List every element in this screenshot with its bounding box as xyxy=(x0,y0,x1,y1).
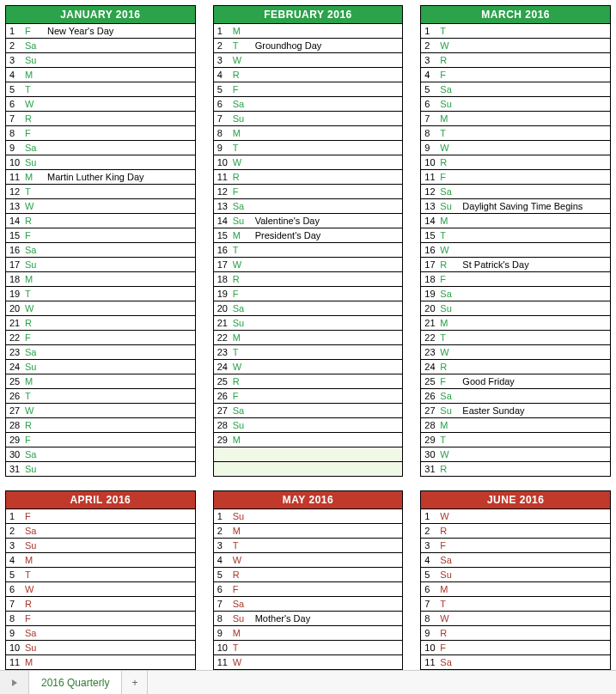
day-row[interactable]: 4W xyxy=(214,552,403,567)
day-row[interactable]: 26Sa xyxy=(421,388,610,403)
day-row[interactable]: 11F xyxy=(421,169,610,184)
day-row[interactable]: 19F xyxy=(214,286,403,301)
day-row[interactable]: 1Su xyxy=(214,508,403,523)
day-row[interactable]: 7M xyxy=(421,111,610,125)
day-row[interactable]: 6F xyxy=(214,581,403,596)
day-row[interactable]: 4F xyxy=(421,67,610,82)
day-row[interactable]: 28R xyxy=(6,417,195,432)
day-row[interactable]: 22T xyxy=(421,330,610,344)
day-row[interactable]: 18M xyxy=(6,271,195,286)
day-row[interactable]: 22F xyxy=(6,330,195,344)
day-row[interactable]: 7R xyxy=(6,111,195,125)
day-row[interactable]: 15F xyxy=(6,228,195,242)
day-row[interactable]: 4M xyxy=(6,552,195,567)
day-row[interactable]: 14SuValentine's Day xyxy=(214,213,403,228)
day-row[interactable]: 31R xyxy=(421,461,610,476)
day-row[interactable]: 20Sa xyxy=(214,301,403,315)
day-row[interactable]: 9T xyxy=(214,140,403,155)
day-row[interactable] xyxy=(214,461,403,476)
day-row[interactable]: 2W xyxy=(421,38,610,52)
day-row[interactable]: 12Sa xyxy=(421,184,610,198)
day-row[interactable]: 10F xyxy=(421,640,610,654)
day-row[interactable]: 13W xyxy=(6,198,195,213)
day-row[interactable]: 9Sa xyxy=(6,140,195,155)
day-row[interactable]: 9R xyxy=(421,625,610,640)
day-row[interactable]: 28M xyxy=(421,417,610,432)
day-row[interactable]: 9Sa xyxy=(6,625,195,640)
day-row[interactable]: 11Sa xyxy=(421,654,610,669)
day-row[interactable]: 24Su xyxy=(6,359,195,374)
day-row[interactable]: 3W xyxy=(214,52,403,67)
day-row[interactable]: 17RSt Patrick's Day xyxy=(421,257,610,271)
day-row[interactable]: 1M xyxy=(214,23,403,38)
day-row[interactable]: 25R xyxy=(214,374,403,388)
day-row[interactable]: 21R xyxy=(6,315,195,330)
day-row[interactable]: 15T xyxy=(421,228,610,242)
day-row[interactable]: 29M xyxy=(214,432,403,447)
day-row[interactable]: 3T xyxy=(214,538,403,552)
day-row[interactable]: 18F xyxy=(421,271,610,286)
day-row[interactable]: 30W xyxy=(421,447,610,461)
day-row[interactable]: 18R xyxy=(214,271,403,286)
day-row[interactable]: 5F xyxy=(214,82,403,96)
day-row[interactable]: 5Sa xyxy=(421,82,610,96)
day-row[interactable]: 8M xyxy=(214,125,403,140)
day-row[interactable]: 7Sa xyxy=(214,596,403,611)
day-row[interactable]: 27SuEaster Sunday xyxy=(421,403,610,417)
day-row[interactable]: 2Sa xyxy=(6,38,195,52)
day-row[interactable]: 3Su xyxy=(6,538,195,552)
day-row[interactable]: 2Sa xyxy=(6,523,195,538)
day-row[interactable]: 8F xyxy=(6,611,195,625)
day-row[interactable]: 19Sa xyxy=(421,286,610,301)
day-row[interactable]: 28Su xyxy=(214,417,403,432)
day-row[interactable]: 21Su xyxy=(214,315,403,330)
day-row[interactable]: 19T xyxy=(6,286,195,301)
day-row[interactable]: 25FGood Friday xyxy=(421,374,610,388)
day-row[interactable]: 17Su xyxy=(6,257,195,271)
day-row[interactable]: 6W xyxy=(6,581,195,596)
day-row[interactable]: 23W xyxy=(421,344,610,359)
day-row[interactable]: 2TGroundhog Day xyxy=(214,38,403,52)
day-row[interactable]: 15MPresident's Day xyxy=(214,228,403,242)
day-row[interactable]: 11M xyxy=(6,654,195,669)
day-row[interactable]: 6Sa xyxy=(214,96,403,111)
day-row[interactable]: 1T xyxy=(421,23,610,38)
day-row[interactable]: 2M xyxy=(214,523,403,538)
day-row[interactable]: 16T xyxy=(214,242,403,257)
day-row[interactable]: 25M xyxy=(6,374,195,388)
day-row[interactable]: 20Su xyxy=(421,301,610,315)
day-row[interactable]: 30Sa xyxy=(6,447,195,461)
day-row[interactable]: 1FNew Year's Day xyxy=(6,23,195,38)
day-row[interactable]: 6M xyxy=(421,581,610,596)
day-row[interactable]: 11R xyxy=(214,169,403,184)
day-row[interactable]: 1F xyxy=(6,508,195,523)
day-row[interactable]: 10Su xyxy=(6,155,195,169)
day-row[interactable]: 12T xyxy=(6,184,195,198)
day-row[interactable]: 11MMartin Luther King Day xyxy=(6,169,195,184)
day-row[interactable]: 10W xyxy=(214,155,403,169)
day-row[interactable]: 4M xyxy=(6,67,195,82)
day-row[interactable]: 11W xyxy=(214,654,403,669)
sheet-nav-button[interactable] xyxy=(0,671,29,694)
day-row[interactable]: 5R xyxy=(214,567,403,581)
day-row[interactable]: 4R xyxy=(214,67,403,82)
add-sheet-button[interactable]: + xyxy=(122,671,148,694)
day-row[interactable]: 13SuDaylight Saving Time Begins xyxy=(421,198,610,213)
day-row[interactable]: 13Sa xyxy=(214,198,403,213)
day-row[interactable]: 24R xyxy=(421,359,610,374)
day-row[interactable]: 24W xyxy=(214,359,403,374)
day-row[interactable] xyxy=(214,447,403,461)
day-row[interactable]: 26T xyxy=(6,388,195,403)
day-row[interactable]: 20W xyxy=(6,301,195,315)
day-row[interactable]: 12F xyxy=(214,184,403,198)
day-row[interactable]: 7T xyxy=(421,596,610,611)
day-row[interactable]: 7Su xyxy=(214,111,403,125)
day-row[interactable]: 5T xyxy=(6,82,195,96)
day-row[interactable]: 10Su xyxy=(6,640,195,654)
day-row[interactable]: 14M xyxy=(421,213,610,228)
day-row[interactable]: 2R xyxy=(421,523,610,538)
day-row[interactable]: 6Su xyxy=(421,96,610,111)
day-row[interactable]: 5T xyxy=(6,567,195,581)
day-row[interactable]: 23Sa xyxy=(6,344,195,359)
day-row[interactable]: 29F xyxy=(6,432,195,447)
